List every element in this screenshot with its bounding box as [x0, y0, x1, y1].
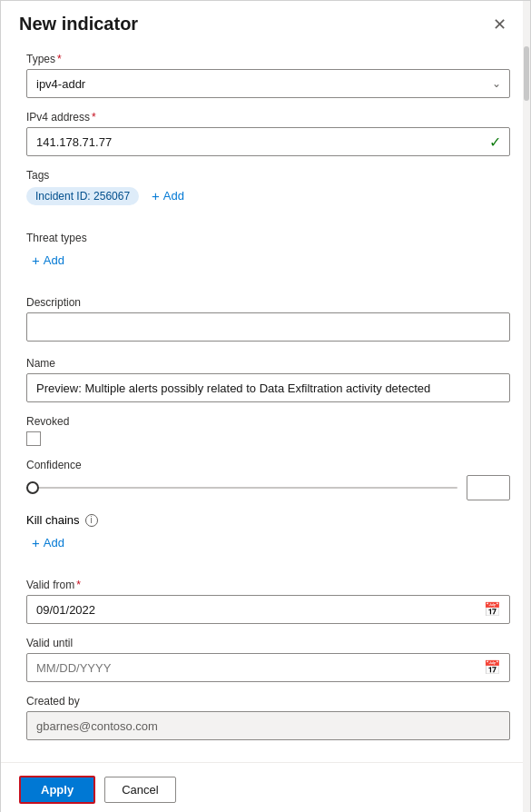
checkmark-icon: ✓	[489, 134, 501, 151]
cancel-button[interactable]: Cancel	[104, 777, 175, 803]
valid-until-field-group: Valid until 📅	[26, 637, 510, 682]
calendar-icon[interactable]: 📅	[484, 601, 501, 618]
kill-chains-label: Kill chains	[26, 513, 80, 527]
confidence-field-group: Confidence	[26, 459, 510, 500]
ipv4-input[interactable]	[26, 127, 510, 156]
valid-until-input[interactable]	[26, 653, 510, 682]
threat-types-label: Threat types	[26, 232, 510, 244]
add-threat-type-button[interactable]: + Add	[26, 250, 70, 271]
created-by-field-group: Created by	[26, 695, 510, 740]
confidence-slider-row	[26, 475, 510, 500]
created-by-input	[26, 711, 510, 740]
dialog-header: New indicator ✕	[1, 1, 530, 44]
close-button[interactable]: ✕	[487, 15, 512, 35]
dialog-footer: Apply Cancel	[1, 762, 530, 812]
tags-field-group: Tags Incident ID: 256067 + Add	[26, 169, 510, 206]
kill-chains-label-row: Kill chains i	[26, 513, 510, 527]
plus-icon: +	[32, 253, 40, 268]
separator-3	[26, 566, 510, 579]
name-field-group: Name	[26, 357, 510, 402]
revoked-checkbox-row	[26, 431, 510, 446]
add-kill-chain-button[interactable]: + Add	[26, 532, 70, 553]
description-label: Description	[26, 296, 510, 309]
revoked-checkbox[interactable]	[26, 431, 41, 446]
tag-incident-id: Incident ID: 256067	[26, 187, 139, 205]
confidence-slider[interactable]	[26, 487, 457, 489]
ipv4-label: IPv4 address*	[26, 111, 510, 124]
name-label: Name	[26, 357, 510, 370]
new-indicator-dialog: New indicator ✕ Types* ipv4-addr ⌄ IPv4 …	[0, 0, 531, 812]
confidence-value-input[interactable]	[467, 475, 510, 500]
dialog-title: New indicator	[19, 14, 138, 35]
threat-types-field-group: Threat types + Add	[26, 232, 510, 271]
revoked-label: Revoked	[26, 415, 510, 428]
types-select[interactable]: ipv4-addr	[26, 69, 510, 98]
scrollbar-track[interactable]	[523, 1, 530, 812]
valid-until-input-wrapper: 📅	[26, 653, 510, 682]
add-tag-button[interactable]: + Add	[146, 185, 190, 206]
dialog-body: Types* ipv4-addr ⌄ IPv4 address* ✓ Tags	[1, 44, 530, 762]
description-input[interactable]	[26, 312, 510, 342]
tags-label: Tags	[26, 169, 510, 182]
calendar-icon[interactable]: 📅	[484, 659, 501, 676]
description-field-group: Description	[26, 296, 510, 344]
separator-2	[26, 283, 510, 296]
apply-button[interactable]: Apply	[19, 776, 95, 804]
types-select-wrapper: ipv4-addr ⌄	[26, 69, 510, 98]
valid-from-input[interactable]	[26, 595, 510, 624]
valid-from-input-wrapper: 📅	[26, 595, 510, 624]
info-icon: i	[85, 514, 98, 527]
ipv4-field-group: IPv4 address* ✓	[26, 111, 510, 156]
scrollbar-thumb	[524, 46, 529, 101]
plus-icon: +	[32, 535, 40, 550]
valid-from-field-group: Valid from* 📅	[26, 579, 510, 624]
valid-until-label: Valid until	[26, 637, 510, 649]
ipv4-input-wrapper: ✓	[26, 127, 510, 156]
valid-from-label: Valid from*	[26, 579, 510, 591]
types-label: Types*	[26, 53, 510, 65]
created-by-label: Created by	[26, 695, 510, 708]
types-field-group: Types* ipv4-addr ⌄	[26, 53, 510, 98]
revoked-field-group: Revoked	[26, 415, 510, 446]
plus-icon: +	[152, 188, 160, 203]
name-input[interactable]	[26, 373, 510, 402]
kill-chains-field-group: Kill chains i + Add	[26, 513, 510, 553]
confidence-label: Confidence	[26, 459, 510, 471]
separator-1	[26, 219, 510, 232]
tags-row: Incident ID: 256067 + Add	[26, 185, 510, 206]
